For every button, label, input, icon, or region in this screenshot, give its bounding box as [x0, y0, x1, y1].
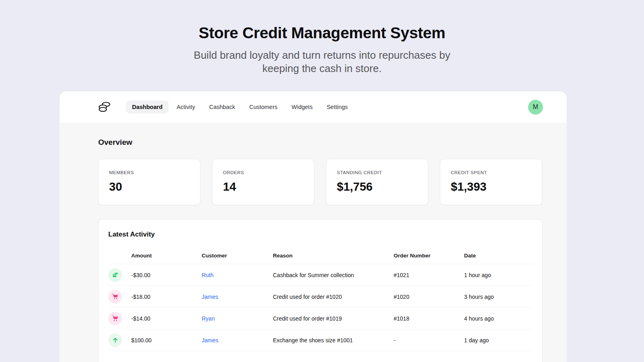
- cart-icon: [108, 312, 122, 325]
- nav-item-settings[interactable]: Settings: [321, 101, 354, 113]
- reason-cell: Credit used for order #1019: [273, 315, 394, 322]
- customer-link[interactable]: James: [202, 337, 218, 343]
- column-header-order-number: Order Number: [394, 253, 464, 259]
- reason-cell: Credit used for order #1020: [273, 294, 394, 300]
- activity-heading: Latest Activity: [108, 230, 533, 239]
- nav-items: DashboardActivityCashbackCustomersWidget…: [126, 101, 354, 113]
- stat-value: 30: [109, 180, 190, 193]
- amount-cell: -$18.00: [131, 294, 202, 300]
- table-body: -$30.00 Ruth Cashback for Summer collect…: [108, 264, 533, 351]
- nav-bar: DashboardActivityCashbackCustomersWidget…: [60, 91, 567, 123]
- nav-item-label: Widgets: [291, 104, 312, 110]
- activity-table: AmountCustomerReasonOrder NumberDate: [108, 247, 533, 351]
- stat-label: STANDING CREDIT: [337, 170, 417, 175]
- coins-icon: [108, 268, 122, 282]
- column-header-customer: Customer: [202, 253, 273, 259]
- stat-card-orders: ORDERS 14: [212, 159, 314, 205]
- stat-label: CREDIT SPENT: [451, 170, 531, 175]
- column-header-date: Date: [464, 253, 533, 259]
- order-number-cell: -: [394, 337, 464, 343]
- stat-value: 14: [223, 180, 303, 193]
- coins-stack-icon[interactable]: [98, 100, 111, 114]
- table-header: AmountCustomerReasonOrder NumberDate: [108, 247, 533, 264]
- page-title: Store Credit Management System: [0, 24, 644, 42]
- nav-item-activity[interactable]: Activity: [171, 101, 201, 113]
- avatar[interactable]: M: [528, 100, 543, 115]
- amount-cell: -$14.00: [131, 315, 202, 322]
- nav-item-dashboard[interactable]: Dashboard: [126, 101, 169, 113]
- nav-item-label: Customers: [249, 104, 277, 110]
- stat-label: ORDERS: [223, 170, 303, 175]
- page-subtitle-line2: keeping the cash in store.: [0, 62, 644, 75]
- nav-item-label: Cashback: [209, 104, 235, 110]
- nav-item-label: Dashboard: [132, 104, 163, 110]
- amount-cell: -$30.00: [131, 272, 202, 278]
- cart-icon: [108, 290, 122, 304]
- reason-cell: Exchange the shoes size #1001: [273, 337, 394, 343]
- column-header-reason: Reason: [273, 253, 394, 259]
- customer-link[interactable]: Ryan: [202, 315, 215, 322]
- order-number-cell: #1018: [394, 315, 464, 322]
- order-number-cell: #1021: [394, 272, 464, 278]
- table-row: -$14.00 Ryan Credit used for order #1019…: [108, 308, 533, 329]
- stat-card-credit-spent: CREDIT SPENT $1,393: [440, 159, 542, 205]
- nav-item-customers[interactable]: Customers: [243, 101, 283, 113]
- stat-value: $1,756: [337, 180, 417, 193]
- date-cell: 1 hour ago: [464, 272, 533, 278]
- stat-card-standing-credit: STANDING CREDIT $1,756: [326, 159, 428, 205]
- table-row: -$18.00 James Credit used for order #102…: [108, 286, 533, 308]
- nav-item-widgets[interactable]: Widgets: [285, 101, 318, 113]
- date-cell: 1 day ago: [464, 337, 533, 343]
- date-cell: 4 hours ago: [464, 315, 533, 322]
- date-cell: 3 hours ago: [464, 294, 533, 300]
- table-row: -$30.00 Ruth Cashback for Summer collect…: [108, 264, 533, 286]
- nav-item-cashback[interactable]: Cashback: [203, 101, 241, 113]
- activity-card: Latest Activity AmountCustomerReasonOrde…: [98, 219, 543, 362]
- stat-label: MEMBERS: [109, 170, 190, 175]
- hero-section: Store Credit Management System Build bra…: [0, 0, 644, 75]
- page-subtitle-line1: Build brand loyalty and turn returns int…: [0, 49, 644, 62]
- stats-row: MEMBERS 30 ORDERS 14 STANDING CREDIT $1,…: [98, 159, 543, 205]
- order-number-cell: #1020: [394, 294, 464, 300]
- column-header-amount: Amount: [131, 253, 202, 259]
- app-window: DashboardActivityCashbackCustomersWidget…: [60, 91, 567, 362]
- nav-item-label: Activity: [177, 104, 195, 110]
- stat-card-members: MEMBERS 30: [98, 159, 200, 205]
- customer-link[interactable]: James: [202, 294, 218, 300]
- nav-item-label: Settings: [327, 104, 348, 110]
- amount-cell: $100.00: [131, 337, 202, 343]
- page-subtitle: Build brand loyalty and turn returns int…: [0, 49, 644, 76]
- customer-link[interactable]: Ruth: [202, 272, 214, 278]
- table-row: $100.00 James Exchange the shoes size #1…: [108, 329, 533, 351]
- reason-cell: Cashback for Summer collection: [273, 272, 394, 278]
- stat-value: $1,393: [451, 180, 531, 193]
- arrow-up-icon: [108, 333, 122, 347]
- main-content: Overview MEMBERS 30 ORDERS 14 STANDING C…: [60, 123, 567, 362]
- overview-heading: Overview: [98, 138, 543, 147]
